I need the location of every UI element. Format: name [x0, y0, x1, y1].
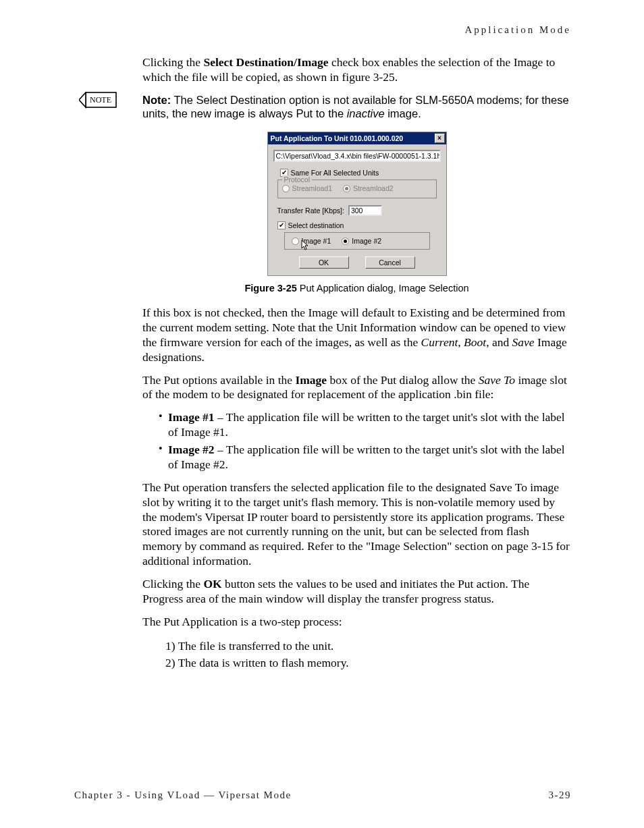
file-path-field[interactable]: C:\Vipersat\Vload_3.4.x\bin files\FW-000… — [273, 150, 441, 162]
italic: Save — [512, 335, 535, 349]
put-application-dialog: Put Application To Unit 010.001.000.020 … — [267, 132, 447, 276]
text: The Put options available in the — [142, 373, 295, 387]
image2-radio[interactable] — [342, 238, 349, 245]
close-icon[interactable]: × — [435, 134, 445, 143]
image1-label: Image #1 — [302, 237, 331, 245]
note-block: NOTE Note: The Select Destination option… — [142, 93, 571, 121]
bold-phrase: Select Destination/Image — [203, 55, 328, 69]
select-destination-label: Select destination — [288, 221, 344, 229]
list-item: 1) The file is transferred to the unit. — [165, 638, 571, 655]
image2-label: Image #2 — [352, 237, 381, 245]
text: , — [458, 335, 464, 349]
protocol-legend: Protocol — [282, 175, 313, 184]
list-item: 2) The data is written to flash memory. — [165, 655, 571, 671]
dialog-title: Put Application To Unit 010.001.000.020 — [271, 134, 404, 142]
transfer-rate-label: Transfer Rate [Kbps]: — [277, 206, 344, 215]
bullet-list: • Image #1 – The application file will b… — [159, 410, 571, 472]
bullet-icon: • — [159, 410, 168, 440]
note-flag-text: NOTE — [90, 95, 111, 105]
streamload1-label: Streamload1 — [292, 184, 333, 192]
bold: Image #1 — [168, 410, 215, 424]
caption-number: Figure 3-25 — [244, 283, 296, 294]
footer-page-number: 3-29 — [549, 790, 572, 801]
paragraph: If this box is not checked, then the Ima… — [142, 306, 571, 365]
bold: OK — [203, 577, 221, 590]
paragraph: Clicking the OK button sets the values t… — [142, 577, 571, 607]
intro-paragraph: Clicking the Select Destination/Image ch… — [142, 55, 571, 85]
caption-text: Put Application dialog, Image Selection — [297, 283, 469, 294]
text: box of the Put dialog allow the — [327, 373, 479, 387]
bold: Image #2 — [168, 443, 215, 456]
list-item: • Image #2 – The application file will b… — [159, 443, 571, 472]
streamload2-radio[interactable] — [343, 185, 350, 192]
list-item: • Image #1 – The application file will b… — [159, 410, 571, 440]
running-header: Application Mode — [464, 24, 571, 36]
figure-caption: Figure 3-25 Put Application dialog, Imag… — [142, 283, 571, 294]
italic: Boot — [464, 335, 486, 349]
note-italic: inactive — [347, 107, 385, 119]
footer-left: Chapter 3 - Using VLoad — Vipersat Mode — [74, 790, 292, 801]
cancel-button[interactable]: Cancel — [365, 256, 415, 269]
paragraph: The Put options available in the Image b… — [142, 373, 571, 403]
paragraph: The Put operation transfers the selected… — [142, 480, 571, 569]
bold: Image — [295, 373, 327, 387]
dialog-titlebar: Put Application To Unit 010.001.000.020 … — [268, 132, 446, 144]
note-flag-icon: NOTE — [79, 92, 117, 116]
image-selection-group: Image #1 Image #2 — [284, 232, 430, 250]
image1-radio[interactable] — [292, 238, 299, 245]
select-destination-checkbox[interactable]: ✔ — [277, 221, 286, 229]
streamload1-radio[interactable] — [282, 185, 290, 192]
bullet-icon: • — [159, 443, 168, 472]
paragraph: The Put Application is a two-step proces… — [142, 615, 571, 630]
italic: Save To — [479, 373, 515, 387]
note-label: Note: — [142, 94, 171, 106]
note-text-post: image. — [385, 107, 421, 119]
italic: Current — [421, 335, 458, 349]
transfer-rate-field[interactable]: 300 — [348, 205, 382, 216]
text: – The application file will be written t… — [168, 443, 565, 471]
text: Clicking the — [142, 55, 203, 69]
text: – The application file will be written t… — [168, 410, 565, 439]
text: Clicking the — [142, 577, 203, 590]
streamload2-label: Streamload2 — [353, 184, 394, 192]
numbered-list: 1) The file is transferred to the unit. … — [165, 638, 571, 672]
protocol-group: Protocol Streamload1 Streamload2 — [277, 180, 437, 198]
ok-button[interactable]: OK — [299, 256, 349, 269]
text: , and — [486, 335, 512, 349]
